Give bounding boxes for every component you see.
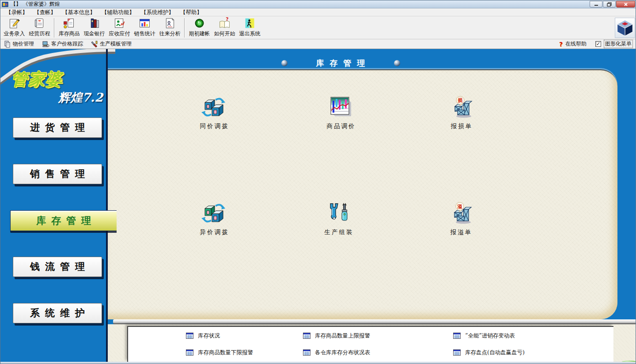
minimize-icon: [594, 2, 598, 6]
secondary-toolbar: 物价管理 客户价格跟踪 生产模板管理 ? 在线帮助 ✓ 图形化菜单: [0, 39, 636, 49]
svg-text:?: ?: [226, 17, 228, 22]
report-almighty-change-table[interactable]: “全能”进销存变动表: [453, 332, 515, 340]
online-help-icon: ?: [559, 41, 563, 48]
table-icon: [186, 349, 193, 356]
price-management-icon: [4, 41, 11, 48]
brand-logo-text: 管家婆: [11, 68, 63, 91]
toolbar-button-receivable-payable[interactable]: 应收应付: [107, 17, 132, 38]
subtoolbar-button-production-template[interactable]: 生产模板管理: [91, 40, 132, 49]
app-icon: [2, 1, 8, 8]
report-stocktake[interactable]: 库存盘点(自动盘赢盘亏): [453, 349, 525, 356]
guanjiapo-cube-logo: [615, 18, 635, 38]
sidebar-item-maintenance[interactable]: 系统维护: [13, 303, 102, 323]
sidebar-divider: [106, 49, 108, 362]
customer-price-tracking-icon: [42, 41, 49, 48]
toolbar-button-contacts-analysis[interactable]: 往来分析: [157, 17, 182, 38]
window-bottom-strip: [0, 362, 636, 364]
toolbar-button-sales-statistics[interactable]: 销售统计: [132, 17, 157, 38]
report-links-panel: 库存状况 库存商品数量上限报警 “全能”进销存变动表: [127, 326, 613, 362]
toolbar-button-business-entry[interactable]: 业务录入: [2, 17, 27, 38]
initial-account-icon: [193, 17, 206, 30]
sales-statistics-icon: [138, 17, 151, 30]
sidebar-item-purchase[interactable]: 进货管理: [13, 118, 102, 138]
toolbar-button-operation-history[interactable]: 经营历程: [27, 17, 52, 38]
toolbar-separator: [184, 18, 185, 38]
function-loss-report[interactable]: 损 报损单: [430, 93, 492, 130]
menu-bar: 【录帐】 【查帐】 【基本信息】 【辅助功能】 【系统维护】 【帮助】: [0, 8, 636, 16]
report-inventory-status[interactable]: 库存状况: [186, 332, 220, 340]
brand-version-text: 辉煌7.2: [36, 90, 103, 106]
restore-button[interactable]: [603, 1, 616, 8]
table-icon: [453, 349, 461, 356]
sidebar-item-sales[interactable]: 销售管理: [13, 164, 102, 184]
sphere-decoration-icon: [281, 60, 288, 66]
goods-price-adjust-icon: [328, 96, 353, 119]
function-production-assembly[interactable]: 生产组装: [307, 199, 369, 236]
table-icon: [186, 333, 193, 339]
table-icon: [453, 333, 461, 339]
minimize-button[interactable]: [590, 1, 602, 8]
svg-text:损: 损: [458, 98, 463, 103]
restore-icon: [607, 2, 612, 7]
menu-item-record[interactable]: 【录帐】: [3, 8, 31, 16]
production-template-icon: [91, 41, 98, 48]
report-warehouse-distribution[interactable]: 各仓库库存分布状况表: [303, 349, 370, 356]
menu-item-auxiliary[interactable]: 【辅助功能】: [98, 8, 138, 16]
toolbar-button-inventory-goods[interactable]: 库存商品: [57, 17, 82, 38]
toolbar-button-how-to-start[interactable]: ? 如何开始: [212, 17, 237, 38]
sidebar-item-cashflow[interactable]: 钱流管理: [13, 257, 102, 277]
close-icon: [624, 2, 628, 7]
online-help-link[interactable]: 在线帮助: [565, 40, 587, 48]
diff-price-transfer-icon: [201, 202, 227, 225]
graphic-menu-label[interactable]: 图形化菜单: [604, 40, 633, 48]
inventory-goods-icon: [63, 17, 76, 30]
function-goods-price-adjust[interactable]: 商品调价: [310, 93, 371, 130]
horizontal-ridge-divider: [113, 319, 636, 324]
svg-text:溢: 溢: [457, 204, 462, 209]
main-toolbar: 业务录入 经营历程 库存商品: [0, 16, 636, 39]
exit-system-icon: [243, 17, 256, 30]
toolbar-button-cash-bank[interactable]: 现金银行: [82, 17, 107, 38]
toolbar-button-exit-system[interactable]: 退出系统: [237, 17, 262, 38]
menu-item-check-accounts[interactable]: 【查帐】: [31, 8, 59, 16]
operation-history-icon: [33, 17, 46, 30]
overflow-report-icon: 溢: [448, 202, 473, 225]
table-icon: [303, 333, 310, 339]
graphic-menu-checkbox[interactable]: ✓: [595, 41, 601, 47]
how-to-start-icon: ?: [218, 17, 231, 30]
toolbar-separator: [54, 18, 55, 38]
function-diff-price-transfer[interactable]: 异价调拨: [183, 199, 245, 236]
page-title: 库存管理: [310, 58, 371, 68]
table-icon: [303, 349, 310, 356]
loss-report-icon: 损: [448, 96, 474, 119]
menu-item-help[interactable]: 【帮助】: [177, 8, 205, 16]
report-lower-limit-alarm[interactable]: 库存商品数量下限报警: [186, 349, 253, 356]
workspace: 管家婆 辉煌7.2 进货管理 销售管理 库存管理 钱流管理 系统维护 库存管理: [0, 49, 636, 364]
section-header: 库存管理: [248, 57, 433, 69]
menu-item-system-maintenance[interactable]: 【系统维护】: [138, 8, 177, 16]
cube-icon: [616, 19, 634, 37]
contacts-analysis-icon: [163, 17, 176, 30]
window-title: 【】 《管家婆》辉煌: [11, 0, 60, 8]
toolbar-button-initial-account[interactable]: 期初建帐: [187, 17, 212, 38]
cash-bank-icon: [88, 17, 101, 30]
title-bar: 【】 《管家婆》辉煌: [0, 0, 636, 8]
function-same-price-transfer[interactable]: 同价调拨: [183, 93, 245, 130]
production-assembly-icon: [326, 202, 351, 225]
function-overflow-report[interactable]: 溢 报溢单: [430, 199, 492, 236]
receivable-payable-icon: [113, 17, 126, 30]
sidebar-item-inventory[interactable]: 库存管理: [10, 210, 117, 231]
report-upper-limit-alarm[interactable]: 库存商品数量上限报警: [303, 332, 370, 340]
sphere-decoration-icon: [394, 60, 400, 66]
subtoolbar-button-customer-price-tracking[interactable]: 客户价格跟踪: [42, 40, 83, 49]
close-button[interactable]: [616, 1, 635, 8]
menu-item-basic-info[interactable]: 【基本信息】: [59, 8, 98, 16]
subtoolbar-button-price-management[interactable]: 物价管理: [4, 40, 34, 49]
application-window: 【】 《管家婆》辉煌 【录帐】 【查帐】 【基本信息】 【辅助功能】 【系统维护: [0, 0, 636, 364]
same-price-transfer-icon: [201, 96, 227, 119]
business-entry-icon: [8, 17, 21, 30]
